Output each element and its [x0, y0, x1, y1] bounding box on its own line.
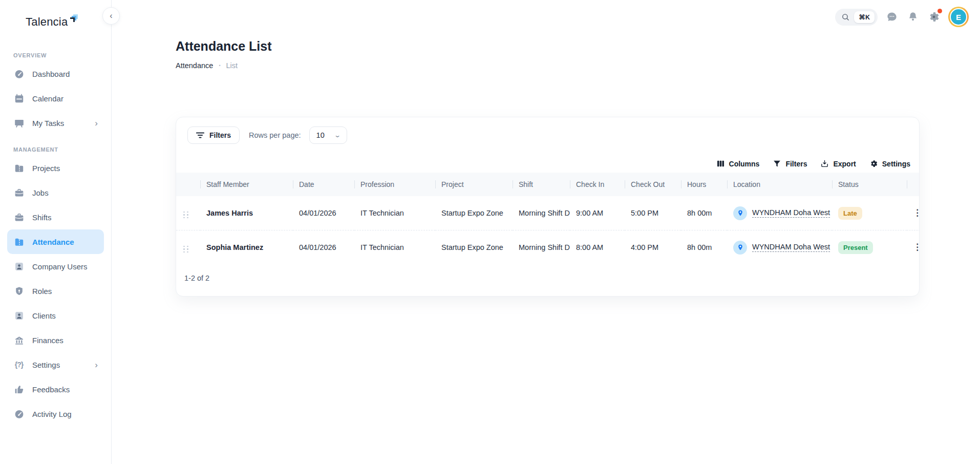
- sidebar-item-label: Dashboard: [32, 70, 70, 78]
- rows-per-page-value: 10: [316, 131, 325, 139]
- table-toolbar-export-button[interactable]: Export: [820, 159, 856, 168]
- check-out-cell: 5:00 PM: [625, 196, 681, 230]
- table-row: Sophia Martinez04/01/2026IT TechnicianSt…: [176, 230, 920, 265]
- table-toolbar-columns-button[interactable]: Columns: [716, 159, 760, 168]
- location-cell: WYNDHAM Doha West: [727, 230, 832, 265]
- drag-handle-icon[interactable]: [182, 244, 190, 255]
- column-header-check-out: Check Out: [625, 173, 681, 196]
- kebab-menu-icon[interactable]: ⋮: [913, 242, 920, 252]
- settings-button[interactable]: [927, 10, 941, 24]
- double-corner-arrow-icon: [69, 14, 78, 23]
- shift-cell: Morning Shift Da: [513, 230, 570, 265]
- sidebar-item-label: Shifts: [32, 213, 52, 222]
- table-toolbar-label: Export: [833, 160, 856, 168]
- briefcase-icon: [13, 212, 25, 223]
- table-toolbar-label: Settings: [882, 160, 910, 168]
- table-toolbar-filters-button[interactable]: Filters: [773, 159, 807, 168]
- filters-button[interactable]: Filters: [187, 126, 240, 144]
- task-board-icon: [13, 117, 25, 129]
- breadcrumb: Attendance • List: [176, 61, 980, 70]
- sidebar-item-jobs[interactable]: Jobs: [7, 180, 104, 205]
- sidebar-item-dashboard[interactable]: Dashboard: [7, 61, 104, 86]
- braces-question-icon: {?}: [13, 359, 25, 370]
- bank-icon: [13, 334, 25, 346]
- kebab-menu-icon[interactable]: ⋮: [913, 208, 920, 218]
- notifications-button[interactable]: [906, 10, 920, 24]
- pagination-summary: 1-2 of 2: [184, 274, 209, 282]
- avatar-initial: E: [950, 8, 967, 26]
- main-content: ⌘K E: [112, 0, 980, 464]
- alert-dot-badge: [938, 9, 942, 13]
- project-cell: Startup Expo Zone: [435, 230, 513, 265]
- profession-cell: IT Technician: [354, 230, 435, 265]
- row-drag-cell: [176, 196, 200, 230]
- profession-cell: IT Technician: [354, 196, 435, 230]
- breadcrumb-separator: •: [219, 63, 220, 68]
- location-link[interactable]: WYNDHAM Doha West: [752, 243, 830, 252]
- sidebar-item-label: My Tasks: [32, 119, 64, 128]
- check-out-cell: 4:00 PM: [625, 230, 681, 265]
- shield-lock-icon: [13, 285, 25, 297]
- table-toolbar-label: Columns: [729, 160, 760, 168]
- chevron-down-icon: ⌄: [334, 132, 341, 139]
- filter-lines-icon: [196, 132, 204, 139]
- sidebar-item-label: Projects: [32, 164, 60, 173]
- gauge-icon: [13, 68, 25, 79]
- sidebar-collapse-button[interactable]: ‹: [102, 7, 120, 25]
- chat-icon: [886, 11, 898, 23]
- funnel-icon: [773, 159, 781, 168]
- sidebar-item-finances[interactable]: Finances: [7, 328, 104, 352]
- thumbs-up-icon: [13, 384, 25, 395]
- location-pin-icon: [733, 206, 747, 220]
- chevron-right-icon: ›: [95, 361, 98, 369]
- rows-per-page-select[interactable]: 10 ⌄: [309, 126, 347, 144]
- sidebar-item-clients[interactable]: Clients: [7, 303, 104, 328]
- sidebar-item-projects[interactable]: Projects: [7, 156, 104, 180]
- filters-button-label: Filters: [209, 131, 231, 139]
- breadcrumb-root[interactable]: Attendance: [176, 61, 213, 70]
- table-toolbar-settings-button[interactable]: Settings: [869, 159, 910, 168]
- sidebar-item-label: Company Users: [32, 262, 88, 271]
- brand-name: Talencia: [26, 15, 68, 29]
- sidebar-item-label: Feedbacks: [32, 385, 70, 394]
- sidebar-item-company-users[interactable]: Company Users: [7, 254, 104, 279]
- staff-member-cell: James Harris: [200, 196, 293, 230]
- sidebar-item-feedbacks[interactable]: Feedbacks: [7, 377, 104, 402]
- notifications-bell-icon: [907, 11, 919, 23]
- row-drag-cell: [176, 230, 200, 265]
- sidebar-item-roles[interactable]: Roles: [7, 279, 104, 303]
- user-icon: [13, 261, 25, 272]
- chevron-right-icon: ›: [95, 119, 98, 128]
- rows-per-page-label: Rows per page:: [249, 131, 301, 139]
- download-icon: [820, 159, 829, 168]
- sidebar-item-label: Calendar: [32, 94, 63, 103]
- user-icon: [13, 310, 25, 321]
- sidebar-item-my-tasks[interactable]: My Tasks›: [7, 111, 104, 135]
- hours-cell: 8h 00m: [681, 196, 727, 230]
- sidebar-item-shifts[interactable]: Shifts: [7, 205, 104, 229]
- sidebar-item-activity-log[interactable]: Activity Log: [7, 402, 104, 426]
- sidebar-item-label: Finances: [32, 336, 63, 345]
- sidebar-item-settings[interactable]: {?}Settings›: [7, 352, 104, 377]
- column-header-check-in: Check In: [570, 173, 625, 196]
- status-badge: Late: [838, 207, 862, 220]
- sidebar-item-label: Roles: [32, 287, 52, 296]
- table-toolbar: ColumnsFiltersExportSettings: [176, 159, 919, 173]
- chat-button[interactable]: [885, 10, 899, 24]
- user-avatar[interactable]: E: [948, 7, 969, 27]
- check-in-cell: 8:00 AM: [570, 230, 625, 265]
- project-cell: Startup Expo Zone: [435, 196, 513, 230]
- location-link[interactable]: WYNDHAM Doha West: [752, 208, 830, 218]
- breadcrumb-current: List: [226, 61, 238, 70]
- sidebar-item-calendar[interactable]: Calendar: [7, 86, 104, 111]
- row-actions-cell: ⋮: [907, 196, 920, 230]
- drag-handle-icon[interactable]: [182, 209, 190, 221]
- card-filter-bar: Filters Rows per page: 10 ⌄: [176, 117, 919, 144]
- column-header-date: Date: [293, 173, 354, 196]
- sidebar-item-attendance[interactable]: Attendance: [7, 229, 104, 254]
- check-in-cell: 9:00 AM: [570, 196, 625, 230]
- column-header-hours: Hours: [681, 173, 727, 196]
- status-badge: Present: [838, 241, 873, 254]
- sidebar-item-label: Jobs: [32, 188, 49, 197]
- search-input[interactable]: ⌘K: [835, 9, 878, 26]
